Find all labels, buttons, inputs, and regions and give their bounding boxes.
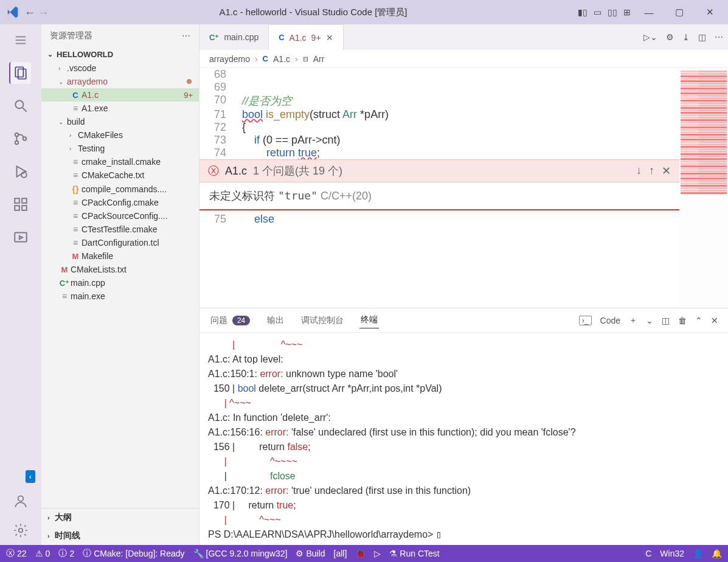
- close-tab-icon[interactable]: ✕: [326, 33, 333, 43]
- file-item[interactable]: C⁺main.cpp: [41, 276, 199, 290]
- file-item[interactable]: ≡CPackSourceConfig....: [41, 209, 199, 223]
- cpp-icon: C⁺: [209, 33, 219, 42]
- tab-main-cpp[interactable]: C⁺ main.cpp: [199, 24, 269, 50]
- forward-icon[interactable]: →: [38, 7, 49, 18]
- menu-icon[interactable]: [10, 29, 32, 51]
- split-terminal-icon[interactable]: ◫: [662, 316, 670, 325]
- more-icon[interactable]: ⋯: [715, 32, 723, 42]
- editor-tabs: C⁺ main.cpp C A1.c 9+ ✕ ▷⌄ ⚙ ⤓ ◫ ⋯: [199, 24, 728, 50]
- timeline-header[interactable]: ›时间线: [41, 527, 199, 545]
- folder-item[interactable]: ›CMakeFiles: [41, 128, 199, 142]
- search-icon[interactable]: [10, 95, 32, 117]
- outline-section: ›大纲 ›时间线: [41, 508, 199, 545]
- compare-icon[interactable]: ⤓: [682, 32, 690, 42]
- file-icon: ≡: [69, 224, 81, 234]
- outline-header[interactable]: ›大纲: [41, 508, 199, 527]
- extensions-icon[interactable]: [10, 193, 32, 215]
- problem-banner: ⓧ A1.c 1 个问题(共 19 个) ↓ ↑ ✕: [199, 159, 679, 182]
- terminal-profile[interactable]: Code: [600, 316, 620, 325]
- project-icon[interactable]: [10, 226, 32, 248]
- c-icon: C: [263, 54, 268, 63]
- tab-terminal[interactable]: 终端: [359, 312, 379, 328]
- file-item[interactable]: ≡A1.exe: [41, 102, 199, 115]
- explorer-icon[interactable]: [9, 62, 31, 84]
- status-kit[interactable]: 🔧 [GCC 9.2.0 mingw32]: [193, 549, 288, 558]
- code-editor[interactable]: 68 69 70 //是否为空 71 bool is_empty(struct …: [199, 68, 728, 308]
- collapse-panel-button[interactable]: ‹: [26, 470, 35, 483]
- explorer-header: 资源管理器 ⋯: [41, 24, 199, 47]
- file-item[interactable]: MCMakeLists.txt: [41, 263, 199, 276]
- status-run[interactable]: ▷: [374, 549, 381, 558]
- status-user-icon[interactable]: 👤: [693, 549, 703, 558]
- status-target[interactable]: [all]: [334, 549, 347, 558]
- debug-icon[interactable]: [10, 161, 32, 182]
- file-item[interactable]: ≡CPackConfig.cmake: [41, 196, 199, 209]
- kill-terminal-icon[interactable]: 🗑: [678, 316, 687, 325]
- tab-output[interactable]: 输出: [266, 313, 285, 328]
- title-right-controls: ▮▯ ▭ ▯▯ ⊞ — ▢ ✕: [578, 7, 722, 18]
- folder-item[interactable]: ⌄arraydemo: [41, 75, 199, 88]
- file-item[interactable]: ≡CTestTestfile.cmake: [41, 223, 199, 236]
- problem-close-icon[interactable]: ✕: [662, 164, 671, 178]
- folder-item[interactable]: ⌄build: [41, 115, 199, 128]
- minimize-button[interactable]: —: [637, 7, 661, 18]
- svg-point-19: [19, 529, 23, 533]
- svg-rect-14: [22, 206, 27, 210]
- split-editor-icon[interactable]: ◫: [698, 32, 706, 42]
- crumb-symbol[interactable]: Arr: [313, 54, 325, 64]
- breadcrumb[interactable]: arraydemo › C A1.c › ⧈ Arr: [199, 50, 728, 68]
- source-control-icon[interactable]: [10, 128, 32, 150]
- crumb-file[interactable]: A1.c: [273, 54, 290, 64]
- status-warnings[interactable]: ⚠ 0: [35, 549, 50, 558]
- settings-gear-icon[interactable]: [10, 519, 32, 541]
- item-label: compile_commands....: [81, 184, 167, 194]
- layout-right-icon[interactable]: ▯▯: [608, 7, 617, 17]
- status-arch[interactable]: Win32: [660, 549, 684, 558]
- status-cmake[interactable]: ⓘ CMake: [Debug]: Ready: [83, 548, 184, 559]
- terminal-dropdown-icon[interactable]: ⌄: [646, 316, 653, 325]
- file-item[interactable]: ≡cmake_install.cmake: [41, 155, 199, 168]
- file-item[interactable]: ≡CMakeCache.txt: [41, 168, 199, 182]
- status-lang[interactable]: C: [645, 549, 651, 558]
- status-debug[interactable]: 🐞: [355, 549, 366, 558]
- status-errors[interactable]: ⓧ 22: [6, 548, 27, 559]
- file-item[interactable]: MMakefile: [41, 249, 199, 263]
- back-icon[interactable]: ←: [24, 7, 35, 18]
- minimap[interactable]: [679, 68, 728, 308]
- crumb-folder[interactable]: arraydemo: [209, 54, 250, 64]
- account-icon[interactable]: [10, 490, 32, 512]
- project-root[interactable]: ⌄ HELLOWORLD: [41, 47, 199, 61]
- item-label: .vscode: [67, 63, 96, 73]
- status-bell-icon[interactable]: 🔔: [712, 549, 722, 558]
- run-button[interactable]: ▷⌄: [643, 32, 657, 42]
- problem-prev-icon[interactable]: ↑: [649, 164, 654, 178]
- file-item[interactable]: {}compile_commands....: [41, 182, 199, 196]
- maximize-button[interactable]: ▢: [667, 7, 692, 18]
- folder-item[interactable]: ›.vscode: [41, 61, 199, 75]
- status-build[interactable]: ⚙ Build: [296, 549, 325, 558]
- customize-layout-icon[interactable]: ⊞: [623, 7, 631, 17]
- terminal-output[interactable]: | ^~~~ A1.c: At top level: A1.c:150:1: e…: [199, 333, 728, 545]
- tab-a1-c[interactable]: C A1.c 9+ ✕: [269, 24, 343, 50]
- problem-next-icon[interactable]: ↓: [636, 164, 642, 178]
- file-item[interactable]: CA1.c9+: [41, 88, 199, 102]
- layout-left-icon[interactable]: ▮▯: [578, 7, 588, 17]
- file-item[interactable]: ≡main.exe: [41, 290, 199, 303]
- gear-icon[interactable]: ⚙: [666, 32, 674, 42]
- editor-actions: ▷⌄ ⚙ ⤓ ◫ ⋯: [643, 32, 723, 42]
- folder-item[interactable]: ›Testing: [41, 142, 199, 155]
- explorer-more-icon[interactable]: ⋯: [182, 31, 190, 41]
- terminal-launch-icon[interactable]: ›_: [579, 316, 592, 325]
- svg-point-8: [15, 141, 18, 144]
- file-item[interactable]: ≡DartConfiguration.tcl: [41, 236, 199, 249]
- problem-file: A1.c: [225, 165, 247, 178]
- new-terminal-icon[interactable]: ＋: [629, 315, 637, 326]
- tab-problems[interactable]: 问题 24: [209, 313, 251, 328]
- status-info[interactable]: ⓘ 2: [58, 548, 74, 559]
- close-window-button[interactable]: ✕: [698, 7, 722, 18]
- panel-close-icon[interactable]: ✕: [711, 316, 718, 325]
- status-ctest[interactable]: ⚗ Run CTest: [389, 549, 439, 558]
- panel-maximize-icon[interactable]: ⌃: [695, 316, 702, 325]
- tab-debug-console[interactable]: 调试控制台: [300, 313, 345, 328]
- layout-bottom-icon[interactable]: ▭: [594, 7, 601, 17]
